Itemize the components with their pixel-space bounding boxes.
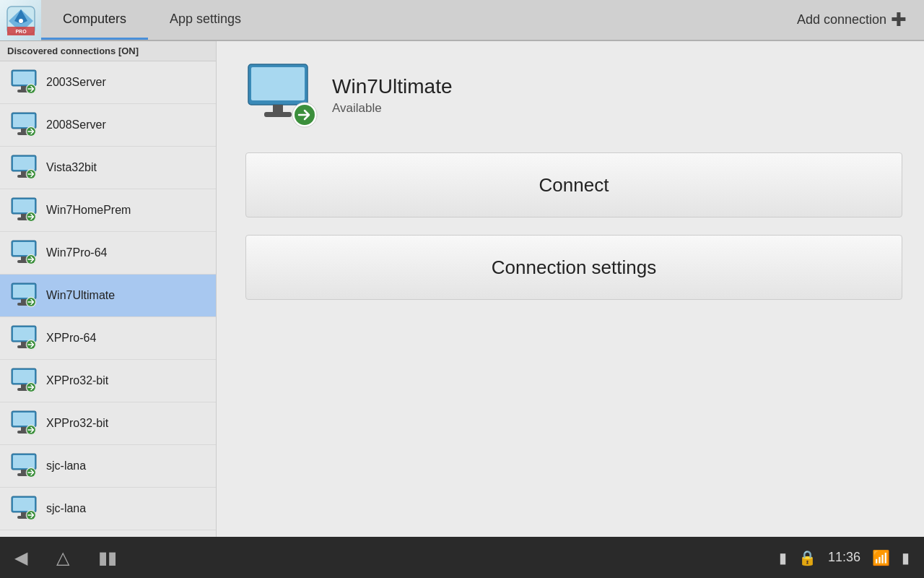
bottom-nav-icons: ◀ △ ▮▮ [14,548,117,568]
sidebar-item-sjc-lana-1[interactable]: sjc-lana [0,445,216,488]
main-content: Discovered connections [ON] 2003Server 2… [0,41,924,537]
home-icon[interactable]: △ [56,548,69,568]
sidebar-item-label: Win7HomePrem [46,204,131,217]
svg-text:PRO: PRO [15,29,27,34]
recents-icon[interactable]: ▮▮ [98,548,117,568]
svg-rect-37 [13,285,35,298]
sidebar-item-label: Win7Pro-64 [46,246,107,259]
detail-name: Win7Ultimate [332,75,452,98]
sidebar-item-XPPro-64[interactable]: XPPro-64 [0,317,216,360]
svg-rect-7 [13,72,35,85]
tabs: Computers App settings [41,0,780,40]
app-logo: PRO [0,0,41,40]
tab-computers[interactable]: Computers [41,0,148,40]
keyboard-icon: ▮ [779,549,787,566]
detail-panel: Win7Ultimate Available Connect Connectio… [217,41,924,537]
svg-rect-31 [13,242,35,255]
sidebar-item-XPPro32-bit-1[interactable]: XPPro32-bit [0,360,216,402]
connection-settings-button[interactable]: Connection settings [245,235,902,300]
plus-icon: ✚ [891,9,907,31]
sidebar-item-label: XPPro-64 [46,332,96,345]
bottom-right-icons: ▮ 🔒 11:36 📶 ▮ [779,549,910,566]
svg-rect-25 [13,199,35,212]
sidebar-item-label: XPPro32-bit [46,374,108,387]
svg-rect-13 [13,114,35,127]
sidebar-header: Discovered connections [ON] [0,41,216,61]
svg-rect-19 [13,157,35,170]
sidebar-item-XPPro32-bit-2[interactable]: XPPro32-bit [0,402,216,445]
wifi-icon: 📶 [872,549,890,566]
svg-rect-67 [13,498,35,511]
sidebar-item-label: 2008Server [46,118,106,131]
svg-rect-55 [13,413,35,426]
svg-rect-73 [251,67,305,100]
bottom-bar: ◀ △ ▮▮ ▮ 🔒 11:36 📶 ▮ [0,537,924,578]
sidebar-item-label: sjc-lana [46,502,86,515]
svg-rect-43 [13,327,35,340]
svg-rect-49 [13,370,35,383]
sidebar-item-label: sjc-lana [46,460,86,473]
sidebar-item-2003Server[interactable]: 2003Server [0,61,216,104]
sidebar-item-label: Vista32bit [46,161,97,174]
add-connection-button[interactable]: Add connection ✚ [780,9,924,31]
battery-icon: ▮ [902,549,910,566]
sidebar-item-Vista32bit[interactable]: Vista32bit [0,147,216,189]
back-icon[interactable]: ◀ [14,548,27,568]
detail-status: Available [332,101,452,116]
detail-computer-icon [245,63,318,128]
svg-rect-61 [13,455,35,468]
sidebar-item-Win7Ultimate[interactable]: Win7Ultimate [0,275,216,317]
svg-rect-75 [264,112,292,117]
connect-button[interactable]: Connect [245,152,902,217]
time-display: 11:36 [828,550,860,565]
sidebar-item-label: XPPro32-bit [46,417,108,430]
sidebar: Discovered connections [ON] 2003Server 2… [0,41,217,537]
sidebar-item-Win7HomePrem[interactable]: Win7HomePrem [0,189,216,232]
sidebar-items-list: 2003Server 2008Server Vista32bit Win7Hom… [0,61,216,530]
sidebar-item-label: Win7Ultimate [46,289,115,302]
top-bar: PRO Computers App settings Add connectio… [0,0,924,41]
tab-app-settings[interactable]: App settings [148,0,263,40]
sidebar-item-label: 2003Server [46,76,106,89]
detail-header: Win7Ultimate Available [245,63,452,128]
sidebar-item-2008Server[interactable]: 2008Server [0,104,216,147]
sidebar-item-Win7Pro-64[interactable]: Win7Pro-64 [0,232,216,275]
sidebar-item-sjc-lana-2[interactable]: sjc-lana [0,488,216,530]
detail-info: Win7Ultimate Available [332,75,452,116]
svg-rect-74 [273,105,283,112]
svg-point-3 [19,19,23,23]
lock-icon: 🔒 [798,549,816,566]
